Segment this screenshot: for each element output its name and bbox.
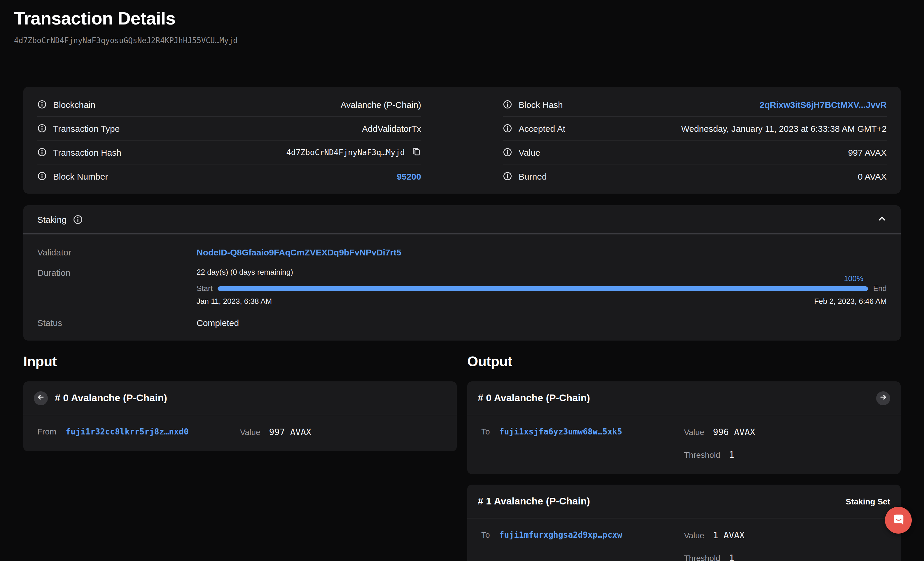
- page-title: Transaction Details: [14, 8, 910, 29]
- output-0-threshold-value: 1: [729, 450, 734, 460]
- summary-table-right: Block Hash 2qRixw3itS6jH7BCtMXV...JvvR A…: [503, 93, 886, 188]
- output-nav-button[interactable]: [876, 391, 890, 405]
- output-card-0-title: # 0 Avalanche (P-Chain): [478, 392, 590, 404]
- transaction-hash-subtitle: 4d7ZboCrND4FjnyNaF3qyosuGQsNeJ2R4KPJhHJ5…: [14, 36, 910, 45]
- to-label: To: [481, 530, 490, 539]
- info-icon: [73, 214, 83, 224]
- info-icon: [38, 147, 46, 157]
- validator-row: Validator NodeID-Q8Gfaaio9FAqCmZVEXDq9bF…: [38, 247, 886, 257]
- status-label: Status: [38, 318, 196, 328]
- input-from-address-link[interactable]: fuji1r32cc8lkrr5rj8z…nxd0: [66, 427, 188, 436]
- info-icon: [503, 124, 512, 133]
- output-1-to-address-link[interactable]: fuji1mfurxghgsa2d9xp…pcxw: [500, 530, 622, 539]
- validator-node-link[interactable]: NodeID-Q8Gfaaio9FAqCmZVEXDq9bFvNPvDi7rt5: [196, 247, 401, 257]
- blockchain-value: Avalanche (P-Chain): [340, 99, 421, 110]
- duration-progress-fill: [218, 286, 868, 291]
- duration-start-date: Jan 11, 2023, 6:38 AM: [196, 297, 272, 306]
- staking-section-header[interactable]: Staking: [23, 205, 901, 234]
- output-1-value-label: Value: [684, 531, 704, 540]
- output-card-1: # 1 Avalanche (P-Chain) Staking Set To f…: [467, 484, 901, 561]
- output-card-0: # 0 Avalanche (P-Chain) To fuji1xsjfa6yz…: [467, 381, 901, 474]
- output-0-value-label: Value: [684, 428, 704, 437]
- block-hash-link[interactable]: 2qRixw3itS6jH7BCtMXV...JvvR: [759, 99, 886, 110]
- input-heading: Input: [23, 353, 457, 370]
- arrow-right-icon: [879, 393, 887, 403]
- input-card-0: # 0 Avalanche (P-Chain) From fuji1r32cc8…: [23, 381, 457, 452]
- info-icon: [503, 100, 512, 109]
- summary-table-left: Blockchain Avalanche (P-Chain) Transacti…: [38, 93, 421, 188]
- input-value-amount: 997 AVAX: [269, 427, 312, 437]
- input-value-label: Value: [240, 428, 261, 437]
- chat-launcher-button[interactable]: [885, 507, 912, 534]
- collapse-staking-button[interactable]: [878, 214, 886, 225]
- block-number-link[interactable]: 95200: [397, 171, 421, 181]
- transaction-type-value: AddValidatorTx: [362, 123, 421, 133]
- blockchain-label: Blockchain: [53, 99, 95, 110]
- transaction-hash-value: 4d7ZboCrND4FjnyNaF3q…Myjd: [286, 147, 405, 157]
- transaction-type-label: Transaction Type: [53, 123, 120, 133]
- burned-row: Burned 0 AVAX: [503, 165, 886, 188]
- input-column: Input # 0 Avalanche (P-Chain) From fuji1…: [23, 353, 457, 561]
- copy-hash-button[interactable]: [411, 146, 421, 158]
- output-1-threshold-label: Threshold: [684, 554, 720, 561]
- output-0-to-address-link[interactable]: fuji1xsjfa6yz3umw68w…5xk5: [500, 427, 622, 436]
- info-icon: [38, 171, 46, 181]
- duration-progress-bar: [218, 286, 868, 291]
- blockchain-row: Blockchain Avalanche (P-Chain): [38, 93, 421, 117]
- status-value: Completed: [196, 318, 239, 328]
- transaction-details-page: Transaction Details 4d7ZboCrND4FjnyNaF3q…: [0, 0, 924, 561]
- output-1-threshold-value: 1: [729, 553, 734, 561]
- output-card-1-title: # 1 Avalanche (P-Chain): [478, 495, 590, 507]
- output-heading: Output: [467, 353, 901, 370]
- info-icon: [38, 124, 46, 133]
- from-label: From: [38, 427, 56, 436]
- output-column: Output # 0 Avalanche (P-Chain) To fuji1x…: [467, 353, 901, 561]
- staking-section-label: Staking: [38, 214, 66, 224]
- duration-row: Duration 22 day(s) (0 days remaining) 10…: [38, 268, 886, 306]
- duration-label: Duration: [38, 268, 196, 278]
- burned-amount: 0 AVAX: [858, 171, 886, 181]
- staking-set-badge: Staking Set: [846, 496, 891, 506]
- page-header: Transaction Details 4d7ZboCrND4FjnyNaF3q…: [0, 0, 924, 45]
- chat-bubble-icon: [892, 513, 905, 528]
- info-icon: [503, 171, 512, 181]
- value-label: Value: [519, 147, 540, 157]
- accepted-at-value: Wednesday, January 11, 2023 at 6:33:38 A…: [681, 123, 886, 133]
- transaction-summary-card: Blockchain Avalanche (P-Chain) Transacti…: [23, 87, 901, 194]
- input-nav-button[interactable]: [34, 391, 48, 405]
- transaction-type-row: Transaction Type AddValidatorTx: [38, 117, 421, 141]
- duration-days-text: 22 day(s) (0 days remaining): [196, 268, 886, 276]
- burned-label: Burned: [519, 171, 547, 181]
- validator-label: Validator: [38, 247, 196, 257]
- duration-end-label: End: [873, 284, 886, 293]
- transaction-hash-row: Transaction Hash 4d7ZboCrND4FjnyNaF3q…My…: [38, 141, 421, 165]
- copy-icon: [411, 146, 421, 158]
- chevron-up-icon: [878, 214, 886, 225]
- status-row: Status Completed: [38, 318, 886, 328]
- output-0-threshold-label: Threshold: [684, 450, 720, 459]
- staking-section-card: Staking Validator NodeID-Q8Gfaaio9FAqCmZ…: [23, 205, 901, 340]
- to-label: To: [481, 427, 490, 436]
- output-1-value-amount: 1 AVAX: [713, 530, 745, 541]
- value-amount: 997 AVAX: [848, 147, 886, 157]
- input-output-section: Input # 0 Avalanche (P-Chain) From fuji1…: [23, 353, 901, 561]
- info-icon: [503, 147, 512, 157]
- info-icon: [38, 100, 46, 109]
- duration-end-date: Feb 2, 2023, 6:46 AM: [814, 297, 886, 306]
- input-card-title: # 0 Avalanche (P-Chain): [55, 392, 167, 404]
- block-number-label: Block Number: [53, 171, 108, 181]
- block-number-row: Block Number 95200: [38, 165, 421, 188]
- accepted-at-row: Accepted At Wednesday, January 11, 2023 …: [503, 117, 886, 141]
- value-row: Value 997 AVAX: [503, 141, 886, 165]
- transaction-hash-label: Transaction Hash: [53, 147, 122, 157]
- block-hash-row: Block Hash 2qRixw3itS6jH7BCtMXV...JvvR: [503, 93, 886, 117]
- block-hash-label: Block Hash: [519, 99, 563, 110]
- duration-start-label: Start: [196, 284, 213, 293]
- staking-section-body: Validator NodeID-Q8Gfaaio9FAqCmZVEXDq9bF…: [23, 234, 901, 340]
- duration-progress-percent: 100%: [844, 274, 864, 283]
- arrow-left-icon: [37, 393, 45, 403]
- output-0-value-amount: 996 AVAX: [713, 427, 755, 437]
- accepted-at-label: Accepted At: [519, 123, 565, 133]
